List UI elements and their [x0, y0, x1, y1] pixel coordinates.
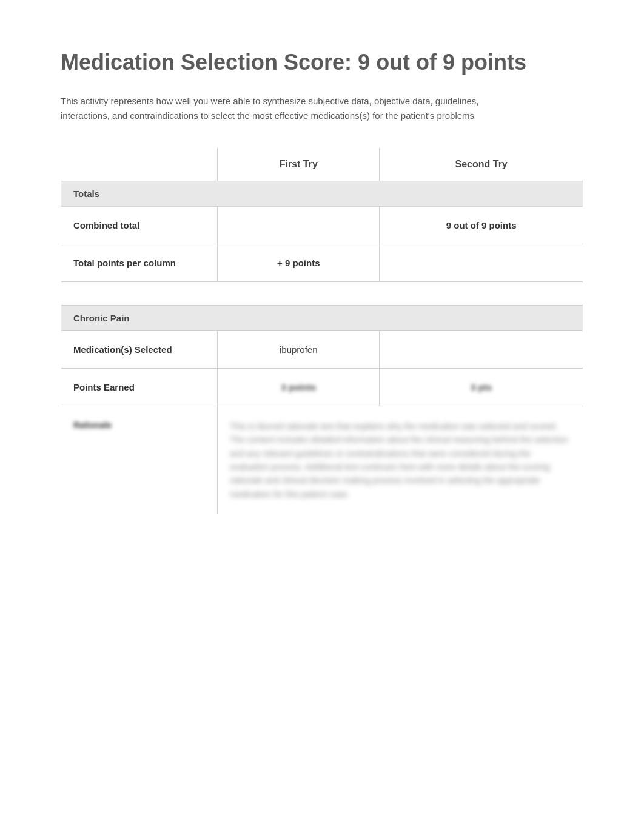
row-col3-total-points	[380, 244, 583, 281]
page-container: Medication Selection Score: 9 out of 9 p…	[0, 0, 644, 563]
spacer-row-1	[61, 281, 583, 305]
col-header-3: Second Try	[380, 147, 583, 181]
row-label-combined-total: Combined total	[61, 206, 218, 244]
page-description: This activity represents how well you we…	[61, 94, 485, 123]
row-label-points-earned: Points Earned	[61, 368, 218, 406]
section-label-chronic-pain: Chronic Pain	[61, 305, 583, 330]
col-header-1	[61, 147, 218, 181]
points-earned-label: Points Earned	[73, 382, 135, 392]
total-points-value: + 9 points	[277, 258, 320, 268]
section-header-totals: Totals	[61, 181, 583, 206]
row-col3-combined-total: 9 out of 9 points	[380, 206, 583, 244]
row-col3-medications	[380, 330, 583, 368]
table-row-medications-selected: Medication(s) Selected ibuprofen	[61, 330, 583, 368]
row-col2-medications: ibuprofen	[218, 330, 380, 368]
row-col3-points-earned: 3 pts	[380, 368, 583, 406]
blurred-text-content: This is blurred rationale text that expl…	[230, 420, 571, 501]
table-row-combined-total: Combined total 9 out of 9 points	[61, 206, 583, 244]
table-header-row: First Try Second Try	[61, 147, 583, 181]
row-label-total-points: Total points per column	[61, 244, 218, 281]
section-header-chronic-pain: Chronic Pain	[61, 305, 583, 330]
table-row-total-points: Total points per column + 9 points	[61, 244, 583, 281]
col-header-2: First Try	[218, 147, 380, 181]
points-earned-value-col2: 3 points	[281, 382, 317, 392]
row-col2-total-points: + 9 points	[218, 244, 380, 281]
score-table: First Try Second Try Totals Combined tot…	[61, 147, 583, 515]
section-label-totals: Totals	[61, 181, 583, 206]
table-row-blurred: Rationale This is blurred rationale text…	[61, 406, 583, 514]
page-title: Medication Selection Score: 9 out of 9 p…	[61, 49, 583, 77]
row-label-medications: Medication(s) Selected	[61, 330, 218, 368]
row-col2-combined-total	[218, 206, 380, 244]
points-earned-value-col3: 3 pts	[471, 382, 492, 392]
table-row-points-earned: Points Earned 3 points 3 pts	[61, 368, 583, 406]
combined-total-value: 9 out of 9 points	[446, 220, 517, 230]
row-col2-points-earned: 3 points	[218, 368, 380, 406]
blurred-row-label: Rationale	[73, 420, 112, 430]
row-col-blurred-content: This is blurred rationale text that expl…	[218, 406, 583, 514]
row-label-blurred: Rationale	[61, 406, 218, 514]
